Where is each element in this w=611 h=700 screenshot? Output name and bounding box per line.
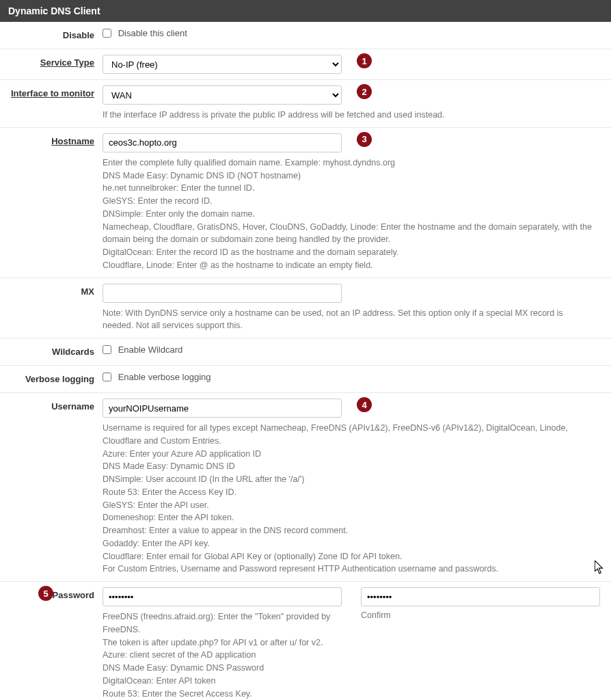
badge-4: 4	[357, 397, 372, 412]
row-mx: MX Note: With DynDNS service only a host…	[0, 278, 611, 339]
verbose-checkbox-wrapper[interactable]: Enable verbose logging	[103, 371, 211, 381]
label-password: Password	[0, 587, 103, 700]
mx-input[interactable]	[103, 284, 342, 303]
label-hostname: Hostname	[0, 133, 103, 272]
row-password: 5 Password FreeDNS (freedns.afraid.org):…	[0, 582, 611, 700]
label-username: Username	[0, 399, 103, 576]
password-confirm-input[interactable]	[361, 587, 600, 606]
label-wildcards: Wildcards	[0, 344, 103, 360]
password-confirm-label: Confirm	[361, 610, 606, 620]
row-username: Username Username is required for all ty…	[0, 393, 611, 582]
badge-5: 5	[38, 586, 53, 601]
row-hostname: Hostname Enter the complete fully qualif…	[0, 128, 611, 278]
row-disable: Disable Disable this client	[0, 22, 611, 49]
help-mx: Note: With DynDNS service only a hostnam…	[103, 307, 595, 333]
label-service-type: Service Type	[0, 55, 103, 74]
disable-checkbox-label: Disable this client	[118, 28, 187, 38]
wildcards-checkbox-wrapper[interactable]: Enable Wildcard	[103, 344, 182, 354]
hostname-input[interactable]	[103, 133, 342, 152]
verbose-checkbox[interactable]	[103, 373, 111, 381]
panel-title: Dynamic DNS Client	[0, 0, 611, 22]
badge-2: 2	[357, 84, 372, 99]
wildcards-checkbox[interactable]	[103, 345, 111, 354]
label-disable: Disable	[0, 27, 103, 43]
label-mx: MX	[0, 284, 103, 333]
row-verbose: Verbose logging Enable verbose logging	[0, 366, 611, 393]
row-wildcards: Wildcards Enable Wildcard	[0, 338, 611, 366]
username-input[interactable]	[103, 399, 342, 418]
help-password: FreeDNS (freedns.afraid.org): Enter the …	[103, 610, 347, 700]
verbose-checkbox-label: Enable verbose logging	[118, 372, 211, 382]
disable-checkbox-wrapper[interactable]: Disable this client	[103, 27, 187, 38]
badge-1: 1	[357, 53, 372, 68]
interface-select[interactable]: WAN	[103, 85, 342, 105]
badge-3: 3	[357, 132, 372, 147]
wildcards-checkbox-label: Enable Wildcard	[118, 345, 183, 355]
service-type-select[interactable]: No-IP (free)	[103, 55, 342, 74]
label-interface: Interface to monitor	[0, 85, 103, 122]
help-username: Username is required for all types excep…	[103, 422, 595, 576]
help-hostname: Enter the complete fully qualified domai…	[103, 157, 595, 272]
help-interface: If the interface IP address is private t…	[103, 109, 595, 122]
password-input[interactable]	[103, 587, 342, 606]
disable-checkbox[interactable]	[103, 29, 111, 38]
row-service-type: Service Type No-IP (free) 1	[0, 49, 611, 80]
cursor-icon	[595, 561, 604, 574]
label-verbose: Verbose logging	[0, 371, 103, 387]
row-interface: Interface to monitor WAN If the interfac…	[0, 80, 611, 128]
